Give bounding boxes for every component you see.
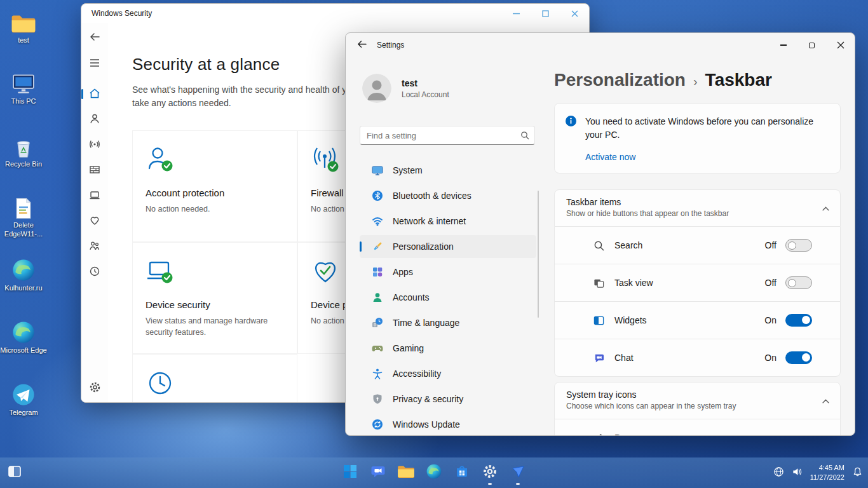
sidebar-item-privacy[interactable]: Privacy & security (360, 388, 536, 410)
section-title: Taskbar items (566, 197, 815, 207)
edge-icon (0, 318, 47, 344)
time-language-icon (369, 317, 386, 329)
taskbar-items-header[interactable]: Taskbar items Show or hide buttons that … (554, 189, 841, 227)
sidebar-item-label: Time & language (393, 318, 459, 328)
telegram-icon (0, 380, 47, 407)
breadcrumb-parent[interactable]: Personalization (554, 70, 686, 90)
taskbar-widgets-button[interactable] (6, 464, 23, 481)
family-options-nav-icon[interactable] (81, 240, 108, 252)
sidebar-item-time-language[interactable]: Time & language (360, 311, 536, 334)
chat-toggle[interactable] (785, 351, 812, 364)
back-icon[interactable] (81, 32, 108, 42)
account-protection-card[interactable]: Account protection No action needed. (132, 130, 297, 242)
home-icon[interactable] (81, 88, 108, 99)
sidebar-item-label: System (393, 165, 423, 175)
security-titlebar[interactable]: Windows Security (81, 4, 589, 23)
settings-nav: System Bluetooth & devices Network & int… (360, 159, 548, 436)
device-security-nav-icon[interactable] (81, 189, 108, 201)
settings-gear-icon[interactable] (81, 381, 108, 393)
sidebar-item-windows-update[interactable]: Windows Update (360, 413, 536, 436)
chat-button[interactable] (365, 460, 391, 485)
chat-icon (592, 353, 606, 363)
task-view-icon (592, 278, 606, 288)
taskbar-center (337, 460, 531, 485)
desktop-icon-label: test (0, 36, 47, 45)
sidebar-item-network[interactable]: Network & internet (360, 210, 536, 233)
minimize-button[interactable] (501, 4, 531, 23)
device-security-icon (146, 257, 284, 288)
close-button[interactable] (826, 33, 855, 57)
system-tray-header[interactable]: System tray icons Choose which icons can… (554, 382, 841, 419)
sidebar-item-label: Windows Update (393, 419, 460, 430)
activation-banner: You need to activate Windows before you … (554, 103, 841, 173)
desktop-icon-kulhunter[interactable]: Kulhunter.ru (0, 255, 47, 293)
sidebar-item-gaming[interactable]: Gaming (360, 337, 536, 360)
widgets-toggle[interactable] (785, 314, 812, 327)
desktop-icon-recycle-bin[interactable]: Recycle Bin (0, 132, 47, 169)
sidebar-item-system[interactable]: System (360, 159, 536, 182)
scrollbar[interactable] (538, 191, 539, 318)
search-toggle[interactable] (785, 239, 812, 252)
network-protection-nav-icon[interactable] (81, 139, 108, 150)
edge-button[interactable] (421, 460, 447, 485)
sidebar-item-accessibility[interactable]: Accessibility (360, 362, 536, 385)
sidebar-item-label: Apps (393, 267, 413, 277)
sidebar-item-personalization[interactable]: Personalization (360, 235, 536, 258)
device-security-card[interactable]: Device security View status and manage h… (132, 242, 297, 354)
desktop-icon-label: Delete EdgeW11-... (0, 221, 47, 239)
sidebar-item-accounts[interactable]: Accounts (360, 286, 536, 309)
account-protection-nav-icon[interactable] (81, 113, 108, 125)
user-account[interactable]: test Local Account (346, 57, 548, 103)
menu-icon[interactable] (81, 58, 108, 67)
user-name: test (402, 78, 449, 88)
section-subtitle: Choose which icons can appear in the sys… (566, 402, 815, 410)
back-icon[interactable] (357, 39, 367, 51)
pinned-app-button[interactable] (505, 460, 531, 485)
folder-icon (397, 464, 415, 482)
toggle-label: Pen menu (614, 433, 812, 435)
device-health-nav-icon[interactable] (81, 215, 108, 226)
folder-icon (0, 8, 47, 34)
security-nav-rail (81, 23, 108, 403)
store-button[interactable] (449, 460, 475, 485)
file-icon (0, 193, 47, 219)
sidebar-item-apps[interactable]: Apps (360, 261, 536, 283)
desktop-icon-telegram[interactable]: Telegram (0, 380, 47, 417)
toggle-state: Off (765, 278, 776, 288)
chevron-up-icon[interactable] (822, 396, 830, 408)
firewall-nav-icon[interactable] (81, 164, 108, 175)
maximize-button[interactable] (531, 4, 560, 23)
network-globe-icon[interactable] (773, 466, 784, 480)
settings-titlebar[interactable]: Settings (346, 33, 855, 57)
toggle-row-search: Search Off (554, 227, 841, 264)
minimize-button[interactable] (769, 33, 797, 57)
task-view-toggle[interactable] (785, 276, 812, 289)
settings-button[interactable] (477, 460, 503, 485)
toggle-label: Chat (614, 353, 764, 363)
sidebar-item-label: Accounts (393, 292, 430, 302)
activate-now-link[interactable]: Activate now (585, 152, 635, 162)
notification-bell-icon[interactable] (852, 466, 863, 480)
maximize-button[interactable] (797, 33, 826, 57)
sidebar-item-bluetooth[interactable]: Bluetooth & devices (360, 184, 536, 207)
start-button[interactable] (337, 460, 363, 485)
protection-history-nav-icon[interactable] (81, 266, 108, 277)
search-box (360, 126, 535, 145)
desktop-icon-test[interactable]: test (0, 8, 47, 45)
taskbar-clock[interactable]: 4:45 AM 11/27/2022 (810, 463, 844, 483)
protection-history-card[interactable] (132, 354, 297, 403)
privacy-security-icon (369, 393, 386, 405)
desktop-icon-delete-edge[interactable]: Delete EdgeW11-... (0, 193, 47, 239)
speaker-icon[interactable] (792, 466, 803, 480)
settings-content: Personalization › Taskbar You need to ac… (554, 57, 855, 435)
file-explorer-button[interactable] (393, 460, 419, 485)
card-title: Account protection (146, 187, 284, 200)
search-icon (592, 240, 606, 251)
desktop-icon-microsoft-edge[interactable]: Microsoft Edge (0, 318, 47, 355)
user-account-type: Local Account (402, 90, 449, 99)
desktop-icon-this-pc[interactable]: This PC (0, 69, 47, 106)
search-input[interactable] (360, 126, 535, 145)
close-button[interactable] (560, 4, 589, 23)
sidebar-item-label: Accessibility (393, 369, 441, 379)
chevron-up-icon[interactable] (822, 204, 830, 215)
